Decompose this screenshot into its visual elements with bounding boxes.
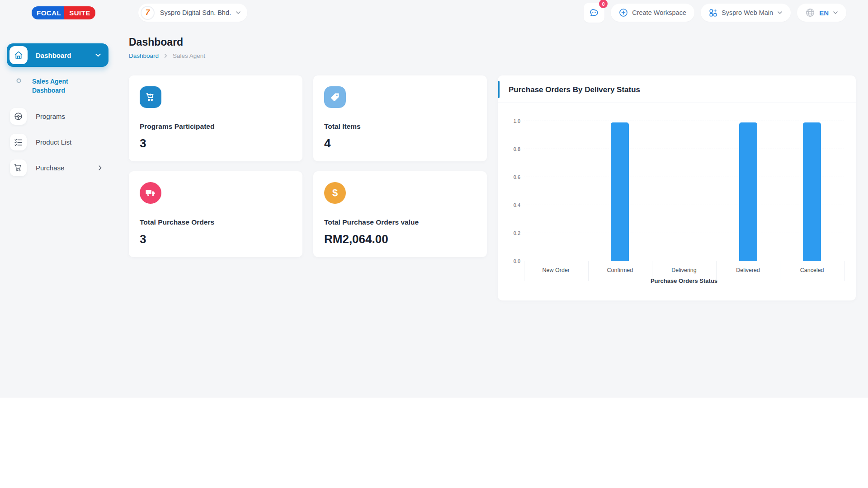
chevron-right-icon xyxy=(97,165,103,171)
cart-plus-icon xyxy=(140,86,161,108)
app-selector[interactable]: Syspro Web Main xyxy=(701,4,791,22)
logo-suite: SUITE xyxy=(64,6,95,19)
create-workspace-button[interactable]: Create Workspace xyxy=(611,4,694,22)
sidebar-item-programs[interactable]: Programs xyxy=(10,108,118,125)
breadcrumb-dashboard-link[interactable]: Dashboard xyxy=(129,52,159,59)
chart-title: Purchase Orders By Delivery Status xyxy=(509,85,845,94)
breadcrumb: Dashboard Sales Agent xyxy=(129,52,856,59)
x-axis-labels: New OrderConfirmedDeliveringDeliveredCan… xyxy=(524,261,844,273)
page-title: Dashboard xyxy=(129,36,856,48)
logo-focal: FOCAL xyxy=(32,6,66,19)
x-axis-label: Confirmed xyxy=(588,267,652,273)
stat-value: 3 xyxy=(140,232,292,246)
workspace-avatar: 7 xyxy=(141,6,155,20)
sidebar-item-label: Sales Agent Dashboard xyxy=(32,77,86,95)
x-axis-tick xyxy=(844,261,844,281)
sidebar-item-label: Programs xyxy=(36,113,65,120)
gridline xyxy=(524,177,844,177)
chart-header: Purchase Orders By Delivery Status xyxy=(498,75,856,103)
bar-confirmed xyxy=(611,122,629,261)
dollar-icon: $ xyxy=(324,182,346,204)
steering-wheel-icon xyxy=(10,108,27,125)
x-axis-tick xyxy=(716,261,717,281)
sidebar-item-label: Product List xyxy=(36,138,71,146)
stat-label: Total Purchase Orders value xyxy=(324,218,476,226)
gridline xyxy=(524,233,844,233)
app-grid-plus-icon xyxy=(709,9,717,17)
truck-icon xyxy=(140,182,161,204)
chevron-down-icon xyxy=(833,10,838,15)
stat-card-programs-participated: Programs Participated 3 xyxy=(129,75,302,161)
sidebar-item-label: Dashboard xyxy=(36,52,71,59)
tag-icon xyxy=(324,86,346,108)
gridline xyxy=(524,121,844,121)
stat-label: Programs Participated xyxy=(140,122,292,131)
app-background: FOCAL SUITE 7 Syspro Digital Sdn. Bhd. xyxy=(0,0,868,398)
stat-cards: Programs Participated 3 Total Items 4 xyxy=(129,75,487,300)
x-axis-tick xyxy=(524,261,524,281)
chat-bubble-icon xyxy=(589,7,599,18)
stat-label: Total Items xyxy=(324,122,476,131)
sidebar-item-purchase[interactable]: Purchase xyxy=(10,160,118,176)
chart-body: 0.00.20.40.60.81.0 New OrderConfirmedDel… xyxy=(498,103,856,284)
language-label: EN xyxy=(819,9,829,17)
home-icon xyxy=(9,46,28,64)
shopping-cart-icon xyxy=(10,160,27,176)
bar-canceled xyxy=(803,122,821,261)
sidebar-item-sales-agent-dashboard[interactable]: Sales Agent Dashboard xyxy=(16,77,118,95)
sidebar-item-product-list[interactable]: Product List xyxy=(10,134,118,150)
chevron-down-icon xyxy=(95,52,101,58)
breadcrumb-separator-icon xyxy=(163,53,168,58)
chevron-down-icon xyxy=(777,10,783,15)
plus-circle-icon xyxy=(619,8,628,17)
app-selector-label: Syspro Web Main xyxy=(722,9,773,16)
gridline xyxy=(524,261,844,261)
y-tick-label: 0.6 xyxy=(508,174,520,180)
stat-label: Total Purchase Orders xyxy=(140,218,292,226)
x-axis-label: Delivered xyxy=(716,267,780,273)
purchase-orders-chart-card: Purchase Orders By Delivery Status 0.00.… xyxy=(498,75,856,300)
x-axis-tick xyxy=(588,261,589,281)
y-tick-label: 0.2 xyxy=(508,230,520,236)
checklist-icon xyxy=(10,134,27,150)
top-header: FOCAL SUITE 7 Syspro Digital Sdn. Bhd. xyxy=(0,0,868,25)
workspace-name: Syspro Digital Sdn. Bhd. xyxy=(160,9,231,16)
chevron-down-icon xyxy=(236,10,241,15)
y-tick-label: 0.8 xyxy=(508,146,520,152)
bar-delivered xyxy=(739,122,757,261)
main-content: Dashboard Dashboard Sales Agent xyxy=(129,25,856,300)
stat-value: 3 xyxy=(140,136,292,150)
create-workspace-label: Create Workspace xyxy=(632,9,686,16)
globe-icon xyxy=(805,8,815,18)
breadcrumb-current: Sales Agent xyxy=(173,52,205,59)
x-axis-label: Canceled xyxy=(780,267,844,273)
workspace-selector[interactable]: 7 Syspro Digital Sdn. Bhd. xyxy=(138,4,247,22)
ring-bullet-icon xyxy=(16,78,21,83)
stat-value: 4 xyxy=(324,136,476,150)
chat-count-badge: 0 xyxy=(599,0,608,8)
language-selector[interactable]: EN xyxy=(797,4,846,22)
x-axis-tick xyxy=(652,261,652,281)
gridline xyxy=(524,205,844,205)
y-tick-label: 1.0 xyxy=(508,118,520,124)
y-tick-label: 0.0 xyxy=(508,258,520,264)
focal-suite-logo[interactable]: FOCAL SUITE xyxy=(32,6,95,19)
x-axis-label: New Order xyxy=(524,267,588,273)
sidebar: Dashboard Sales Agent Dashboard P xyxy=(0,25,118,176)
stat-card-total-purchase-orders-value: $ Total Purchase Orders value RM2,064.00 xyxy=(313,171,487,257)
stat-value: RM2,064.00 xyxy=(324,232,476,246)
y-tick-label: 0.4 xyxy=(508,202,520,208)
sidebar-item-label: Purchase xyxy=(36,164,64,172)
stat-card-total-items: Total Items 4 xyxy=(313,75,487,161)
chart-accent-bar xyxy=(498,81,500,98)
gridline xyxy=(524,149,844,149)
x-axis-tick xyxy=(780,261,780,281)
chat-button[interactable]: 0 xyxy=(584,3,604,23)
x-axis-title: Purchase Orders Status xyxy=(524,277,844,284)
bar-chart-plot: 0.00.20.40.60.81.0 xyxy=(524,121,844,261)
sidebar-item-dashboard[interactable]: Dashboard xyxy=(7,43,108,67)
x-axis-label: Delivering xyxy=(652,267,716,273)
stat-card-total-purchase-orders: Total Purchase Orders 3 xyxy=(129,171,302,257)
